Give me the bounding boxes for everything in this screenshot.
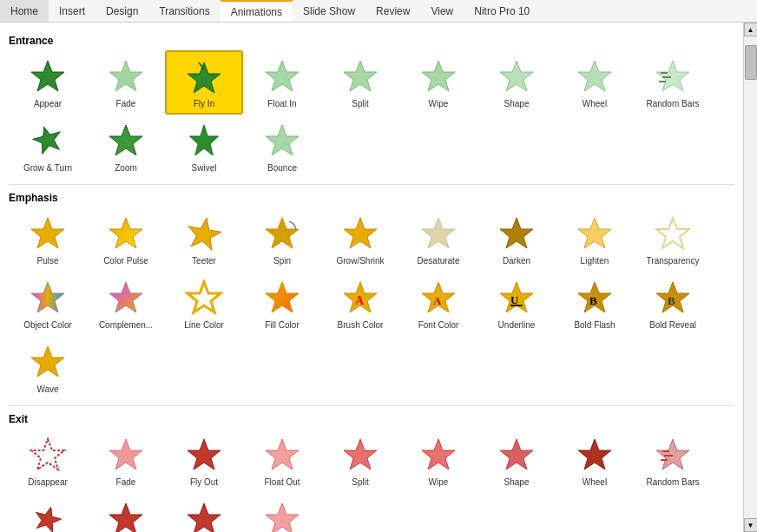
- svg-marker-46: [266, 439, 299, 470]
- color-pulse-icon: [105, 213, 147, 254]
- svg-marker-44: [109, 439, 142, 470]
- anim-bold-flash[interactable]: B Bold Flash: [556, 272, 634, 336]
- anim-font-color[interactable]: A Font Color: [399, 272, 477, 336]
- anim-transparency[interactable]: Transparency: [634, 207, 712, 272]
- scrollbar-track[interactable]: [744, 36, 758, 518]
- svg-marker-57: [188, 503, 221, 532]
- menu-design[interactable]: Design: [95, 0, 148, 22]
- transparency-icon: [652, 213, 694, 254]
- anim-swivel-exit[interactable]: Swivel: [165, 493, 243, 532]
- anim-spin[interactable]: Spin: [243, 207, 321, 272]
- wheel-icon: [574, 56, 615, 97]
- anim-zoom-exit[interactable]: Zoom: [87, 493, 165, 532]
- anim-teeter[interactable]: Teeter: [165, 207, 243, 272]
- svg-marker-18: [31, 218, 64, 248]
- wheel-exit-label: Wheel: [583, 477, 607, 488]
- anim-shape[interactable]: Shape: [477, 50, 556, 115]
- anim-wheel-exit[interactable]: Wheel: [556, 429, 634, 493]
- svg-marker-45: [188, 439, 221, 470]
- anim-object-color[interactable]: Object Color: [9, 272, 87, 336]
- svg-marker-48: [422, 439, 455, 470]
- anim-wheel[interactable]: Wheel: [556, 50, 634, 115]
- transparency-label: Transparency: [647, 256, 700, 266]
- anim-fill-color[interactable]: Fill Color: [243, 272, 321, 336]
- anim-fly-out[interactable]: Fly Out: [165, 429, 243, 493]
- anim-random-bars-exit[interactable]: Random Bars: [634, 429, 712, 493]
- anim-underline[interactable]: U Underline: [477, 272, 556, 336]
- anim-split[interactable]: Split: [321, 50, 399, 115]
- anim-split-exit[interactable]: Split: [321, 429, 399, 493]
- anim-appear[interactable]: Appear: [9, 50, 87, 115]
- anim-lighten[interactable]: Lighten: [556, 207, 634, 272]
- anim-fade-exit[interactable]: Fade: [87, 429, 165, 493]
- anim-bounce[interactable]: Bounce: [243, 115, 321, 179]
- shape-exit-label: Shape: [504, 477, 530, 488]
- svg-marker-4: [266, 61, 299, 91]
- fade-icon: [105, 56, 147, 97]
- anim-shrink-turn[interactable]: Shrink & Turn: [9, 493, 87, 532]
- line-color-label: Line Color: [184, 320, 224, 331]
- anim-bounce-exit[interactable]: Bounce: [243, 493, 321, 532]
- anim-grow-shrink[interactable]: Grow/Shrink: [321, 207, 399, 272]
- lighten-icon: [574, 213, 615, 254]
- svg-marker-0: [31, 61, 64, 91]
- fly-in-label: Fly In: [194, 99, 214, 109]
- anim-wipe-exit[interactable]: Wipe: [399, 429, 477, 493]
- app-container: Home Insert Design Transitions Animation…: [0, 0, 757, 532]
- desaturate-icon: [418, 213, 459, 254]
- anim-fade[interactable]: Fade: [87, 50, 165, 115]
- fade-exit-label: Fade: [116, 477, 136, 488]
- shape-icon: [496, 56, 537, 97]
- anim-darken[interactable]: Darken: [477, 207, 556, 272]
- scrollbar-up-button[interactable]: ▲: [744, 23, 758, 36]
- anim-grow-turn[interactable]: Grow & Turn: [9, 115, 87, 179]
- pulse-label: Pulse: [36, 256, 58, 266]
- anim-bold-reveal[interactable]: B Bold Reveal: [634, 272, 712, 336]
- anim-wave[interactable]: Wave: [9, 336, 87, 400]
- anim-float-out[interactable]: Float Out: [243, 429, 321, 493]
- shape-label: Shape: [504, 99, 530, 109]
- anim-color-pulse[interactable]: Color Pulse: [87, 207, 165, 272]
- anim-wipe[interactable]: Wipe: [399, 50, 477, 115]
- teeter-icon: [183, 213, 225, 254]
- scrollbar-thumb[interactable]: [745, 45, 757, 80]
- menu-review[interactable]: Review: [365, 0, 420, 22]
- anim-swivel[interactable]: Swivel: [165, 115, 243, 179]
- float-out-label: Float Out: [264, 477, 300, 488]
- svg-marker-50: [578, 439, 611, 470]
- anim-line-color[interactable]: Line Color: [165, 272, 243, 336]
- menu-slideshow[interactable]: Slide Show: [293, 0, 365, 22]
- anim-pulse[interactable]: Pulse: [9, 207, 87, 272]
- menu-transitions[interactable]: Transitions: [148, 0, 220, 22]
- anim-disappear[interactable]: Disappear: [9, 429, 87, 493]
- scrollbar-down-button[interactable]: ▼: [744, 518, 758, 532]
- anim-complement[interactable]: Complemen...: [87, 272, 165, 336]
- entrance-header: Entrance: [3, 31, 740, 49]
- appear-icon: [27, 56, 69, 97]
- menu-insert[interactable]: Insert: [49, 0, 95, 22]
- svg-marker-26: [656, 218, 689, 248]
- svg-marker-30: [266, 282, 299, 312]
- anim-shape-exit[interactable]: Shape: [477, 429, 556, 493]
- wheel-exit-icon: [574, 434, 615, 476]
- svg-marker-6: [344, 61, 377, 91]
- anim-zoom[interactable]: Zoom: [87, 115, 165, 179]
- anim-random-bars[interactable]: Random Bars: [634, 50, 712, 115]
- anim-fly-in[interactable]: Fly In: [165, 50, 243, 115]
- anim-desaturate[interactable]: Desaturate: [399, 207, 477, 272]
- anim-float-in[interactable]: Float In: [243, 50, 321, 115]
- anim-brush-color[interactable]: A Brush Color: [321, 272, 399, 336]
- disappear-label: Disappear: [28, 477, 68, 488]
- menu-animations[interactable]: Animations: [221, 0, 293, 22]
- main-panel: Entrance Appear Fade: [0, 23, 743, 532]
- bold-reveal-label: Bold Reveal: [649, 320, 696, 331]
- menu-nitro[interactable]: Nitro Pro 10: [464, 0, 540, 22]
- menu-home[interactable]: Home: [0, 0, 49, 22]
- menu-view[interactable]: View: [420, 0, 464, 22]
- svg-text:B: B: [589, 294, 597, 307]
- object-color-label: Object Color: [23, 320, 72, 331]
- content-wrapper: Entrance Appear Fade: [0, 23, 757, 532]
- svg-marker-47: [344, 439, 377, 470]
- split-icon: [339, 56, 381, 97]
- fill-color-icon: [261, 277, 303, 319]
